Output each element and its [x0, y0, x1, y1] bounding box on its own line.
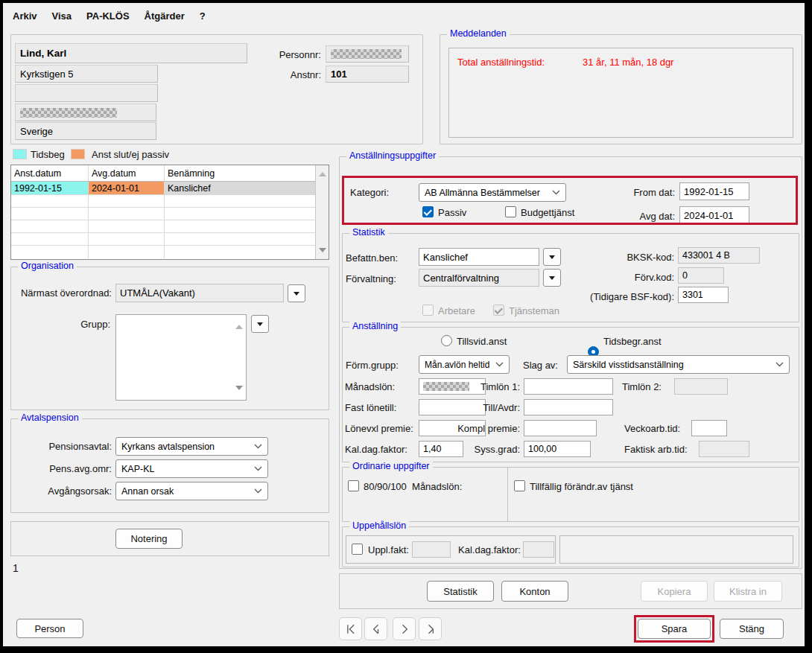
anstallningsuppgifter-title: Anställningsuppgifter [346, 150, 439, 161]
meddelanden-title: Meddelanden [447, 28, 510, 39]
fromdat-input[interactable]: 1992-01-15 [679, 182, 749, 200]
till-avdr-label: Till/Avdr: [453, 402, 520, 413]
person-country-field: Sverige [15, 122, 156, 140]
befattn-ben-field[interactable]: Kanslichef [419, 248, 539, 266]
col-header-anst-datum[interactable]: Anst.datum [11, 165, 89, 181]
grupp-dropdown-button[interactable] [251, 315, 269, 333]
tidigare-bsf-kod-input[interactable]: 3301 [678, 287, 729, 303]
pensionsavtal-combobox[interactable]: Kyrkans avtalspension [115, 437, 268, 456]
kompl-premie-input[interactable] [524, 420, 597, 436]
chevron-down-icon [254, 466, 262, 471]
table-header-row: Anst.datum Avg.datum Benämning [11, 165, 329, 182]
kal-dag-faktor-input[interactable]: 1,40 [419, 441, 463, 457]
budgettjanst-checkbox[interactable] [505, 206, 516, 217]
till-avdr-input[interactable] [524, 399, 613, 415]
cell-avg-datum [89, 195, 165, 207]
avgdat-input[interactable]: 2024-01-01 [679, 206, 749, 224]
anstnr-label: Anstnr: [264, 69, 321, 80]
fromdat-label: From dat: [618, 187, 675, 198]
chevron-down-icon [552, 190, 560, 195]
tidsbegr-anst-label: Tidsbegr.anst [603, 336, 662, 347]
statistik-title: Statistik [349, 227, 388, 238]
cell-benamning [165, 220, 315, 232]
syss-grad-label: Syss.grad: [460, 444, 520, 455]
forvaltning-field[interactable]: Centralförvaltning [419, 269, 539, 287]
form-grupp-combobox[interactable]: Mån.avlön heltid [419, 355, 510, 374]
tjansteman-checkbox [493, 305, 504, 316]
forvaltning-dropdown-button[interactable] [543, 269, 561, 287]
bksk-kod-label: BKSK-kod: [581, 252, 674, 263]
cell-anst-datum [11, 208, 89, 220]
cell-benamning [165, 208, 315, 220]
arbetare-label: Arbetare [438, 305, 475, 316]
forvaltning-label: Förvaltning: [346, 273, 396, 284]
pensavgomr-combobox[interactable]: KAP-KL [115, 459, 268, 478]
col-header-benamning[interactable]: Benämning [165, 165, 315, 181]
veckoarb-tid-input[interactable] [691, 420, 727, 436]
timlon2-label: Timlön 2: [622, 381, 662, 392]
chevron-down-icon [254, 444, 262, 449]
listbox-scroll-down-arrow[interactable] [235, 386, 243, 394]
narmast-overordnad-dropdown-button[interactable] [288, 284, 305, 302]
statistik-button[interactable]: Statistik [427, 581, 494, 602]
cell-benamning [165, 246, 315, 258]
konton-button[interactable]: Konton [501, 581, 568, 602]
menu-help[interactable]: ? [197, 9, 208, 23]
table-row[interactable] [11, 195, 329, 208]
table-row[interactable] [11, 246, 329, 258]
menu-arkiv[interactable]: Arkiv [10, 9, 39, 23]
total-anstallningstid-value: 31 år, 11 mån, 18 dgr [583, 57, 674, 68]
legend-anst-slut-swatch [71, 149, 85, 159]
col-header-avg-datum[interactable]: Avg.datum [89, 165, 165, 181]
timlon1-input[interactable] [524, 378, 613, 395]
nav-next-button[interactable] [393, 617, 416, 640]
syss-grad-input[interactable]: 100,00 [524, 441, 591, 457]
personnr-label: Personnr: [264, 49, 321, 60]
table-row[interactable] [11, 220, 329, 233]
befattn-ben-dropdown-button[interactable] [543, 248, 561, 266]
passiv-checkbox[interactable] [422, 206, 434, 217]
menu-visa[interactable]: Visa [50, 9, 74, 23]
cell-anst-datum [11, 246, 89, 258]
nav-previous-button[interactable] [364, 617, 387, 640]
table-row-selected[interactable]: 1992-01-15 2024-01-01 Kanslichef [11, 182, 329, 195]
cell-avg-datum [89, 246, 165, 258]
notering-button[interactable]: Notering [115, 529, 183, 549]
person-button[interactable]: Person [16, 619, 83, 638]
chevron-down-icon [254, 488, 262, 494]
scroll-up-arrow[interactable] [319, 168, 326, 176]
cell-benamning: Kanslichef [165, 182, 315, 194]
grupp-listbox[interactable] [115, 314, 247, 401]
menu-pa-klos[interactable]: PA-KLÖS [84, 9, 132, 23]
total-anstallningstid-label: Total anställningstid: [457, 57, 545, 68]
nav-last-button[interactable] [419, 617, 442, 640]
klistra-in-button[interactable]: Klistra in [714, 581, 782, 602]
listbox-scroll-up-arrow[interactable] [235, 321, 243, 329]
kopiera-button[interactable]: Kopiera [641, 581, 708, 602]
befattn-ben-label: Befattn.ben: [346, 252, 398, 264]
previous-record-icon [369, 622, 384, 637]
person-address2-field [15, 84, 158, 102]
stang-button[interactable]: Stäng [720, 619, 784, 639]
avgangsorsak-combobox[interactable]: Annan orsak [115, 482, 268, 500]
cell-benamning [165, 233, 315, 245]
table-scrollbar[interactable] [315, 165, 329, 259]
80-90-100-checkbox[interactable] [348, 480, 359, 491]
tillsvid-anst-radio[interactable] [441, 335, 452, 346]
narmast-overordnad-field[interactable]: UTMÅLA(Vakant) [115, 284, 284, 302]
table-row[interactable] [11, 208, 329, 220]
faktisk-arb-tid-field [699, 441, 749, 457]
spara-button[interactable]: Spara [638, 619, 711, 639]
80-90-100-label: 80/90/100 Månadslön: [364, 481, 462, 492]
passiv-label: Passiv [438, 207, 466, 218]
tillfallig-forandr-checkbox[interactable] [514, 480, 525, 491]
kategori-combobox[interactable]: AB Allmänna Bestämmelser [419, 183, 566, 202]
slag-av-combobox[interactable]: Särskild visstidsanställning [567, 355, 790, 374]
scroll-down-arrow[interactable] [319, 248, 326, 256]
ordinarie-divider [507, 468, 508, 521]
nav-first-button[interactable] [339, 617, 362, 640]
kal-dag-faktor-label: Kal.dag.faktor: [345, 444, 407, 455]
table-row[interactable] [11, 233, 329, 246]
menu-atgarder[interactable]: Åtgärder [142, 9, 187, 23]
uppl-fakt-checkbox[interactable] [352, 544, 363, 555]
